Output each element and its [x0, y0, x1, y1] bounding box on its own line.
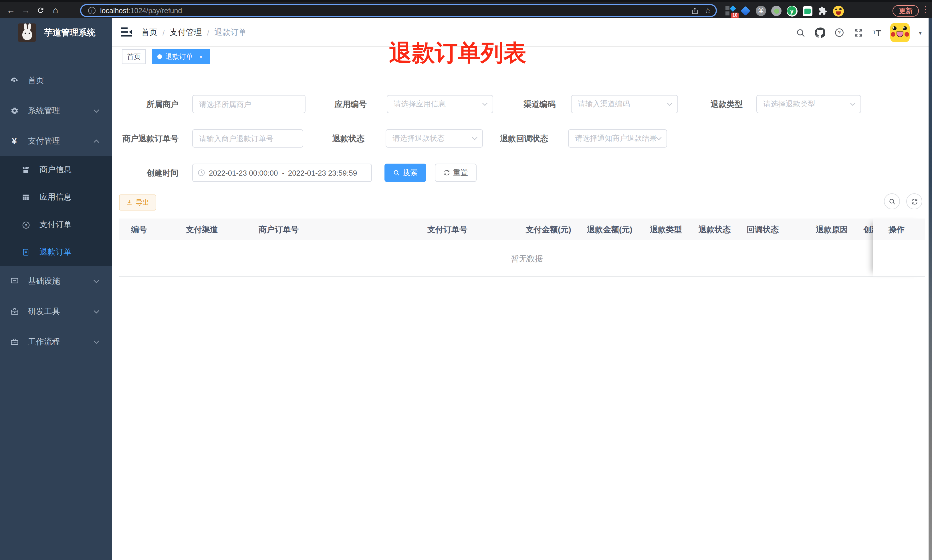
reset-button[interactable]: 重置: [435, 164, 477, 182]
filter-label-channel: 渠道编码: [492, 95, 562, 113]
browser-menu-dots-icon[interactable]: ⋮: [922, 5, 930, 14]
browser-update-button[interactable]: 更新: [892, 5, 919, 17]
forward-icon[interactable]: →: [18, 4, 33, 16]
extension-chat-icon[interactable]: [801, 5, 813, 17]
extension-y-icon[interactable]: y: [786, 5, 798, 17]
chevron-down-icon: [93, 340, 100, 344]
date-end: 2022-01-23 23:59:59: [288, 168, 358, 177]
dashboard-icon: [9, 76, 20, 85]
sidebar-item-infra[interactable]: 基础设施: [0, 266, 112, 296]
extension-badge: 10: [731, 12, 739, 18]
tab-refund-order[interactable]: 退款订单 ×: [152, 49, 210, 64]
extension-emoji-icon[interactable]: [832, 5, 844, 17]
refund-table: 编号 支付渠道 商户订单号 支付订单号 支付金额(元) 退款金额(元) 退款类型…: [119, 218, 925, 277]
sidebar-item-refund-order[interactable]: 退款订单: [0, 238, 112, 266]
channel-select[interactable]: 请输入渠道编码: [571, 95, 678, 113]
chevron-down-icon: [666, 102, 673, 106]
extension-command-icon[interactable]: ⌘: [755, 5, 767, 17]
close-tab-icon[interactable]: ×: [197, 52, 205, 61]
filter-label-create-time: 创建时间: [119, 164, 185, 182]
breadcrumb-home[interactable]: 首页: [141, 28, 157, 38]
reload-icon[interactable]: [33, 4, 48, 16]
app-title: 芋道管理系统: [44, 27, 95, 38]
monitor-icon: [9, 277, 20, 285]
col-merchant-order: 商户订单号: [258, 218, 298, 240]
url-bar[interactable]: i localhost:1024/pay/refund ☆: [80, 4, 717, 17]
gear-icon: [9, 106, 20, 115]
col-refund-amount: 退款金额(元): [587, 218, 632, 240]
col-pay-order: 支付订单号: [428, 218, 468, 240]
collapse-sidebar-icon[interactable]: [121, 27, 132, 37]
sidebar-item-app-info[interactable]: 应用信息: [0, 184, 112, 211]
page-scrollbar[interactable]: [929, 18, 932, 560]
refund-type-select[interactable]: 请选择退款类型: [757, 95, 861, 113]
shop-icon: [21, 166, 31, 174]
help-icon[interactable]: ?: [834, 28, 845, 38]
table-body: 暂无数据: [119, 240, 925, 277]
refresh-icon: [443, 169, 450, 176]
filter-label-merchant-refund-no: 商户退款订单号: [114, 129, 185, 148]
browser-toolbar: ← → ⌂ i localhost:1024/pay/refund ☆ 10: [0, 0, 932, 18]
svg-text:¥: ¥: [25, 223, 27, 227]
extension-dot-icon[interactable]: [771, 5, 782, 17]
sidebar-logo-row[interactable]: 芋道管理系统: [0, 18, 112, 47]
col-pay-channel: 支付渠道: [186, 218, 218, 240]
toolbox-icon: [9, 337, 20, 346]
filter-label-refund-status: 退款状态: [303, 129, 371, 148]
breadcrumb-refund: 退款订单: [215, 28, 247, 38]
extensions-puzzle-icon[interactable]: [817, 5, 829, 17]
github-icon[interactable]: [815, 28, 825, 38]
export-button[interactable]: 导出: [119, 194, 156, 211]
yen-icon: ¥: [9, 136, 20, 146]
home-icon[interactable]: ⌂: [48, 4, 63, 16]
active-tab-dot: [157, 54, 162, 59]
page-overlay-title: 退款订单列表: [389, 39, 526, 66]
magnifier-icon: [888, 198, 896, 205]
sidebar-submenu-pay: 商户信息 应用信息 ¥ 支付订单: [0, 156, 112, 266]
breadcrumb-pay[interactable]: 支付管理: [170, 28, 202, 38]
merchant-input[interactable]: [192, 95, 306, 113]
sidebar-item-pay-order[interactable]: ¥ 支付订单: [0, 211, 112, 238]
back-icon[interactable]: ←: [3, 4, 18, 16]
date-start: 2022-01-23 00:00:00: [209, 168, 278, 177]
chevron-down-icon: [93, 309, 100, 314]
extension-blocks-icon[interactable]: 10: [724, 5, 736, 17]
refund-status-select[interactable]: 请选择退款状态: [386, 129, 483, 148]
toolbox-icon: [9, 307, 20, 316]
avatar[interactable]: [890, 23, 910, 42]
caret-down-icon[interactable]: ▾: [919, 29, 922, 36]
sidebar-item-dev-tools[interactable]: 研发工具: [0, 296, 112, 327]
sidebar-item-system[interactable]: 系统管理: [0, 95, 112, 126]
extension-kite-icon[interactable]: [740, 5, 751, 17]
extension-icons: 10 ⌘ y: [724, 3, 844, 18]
col-refund-status: 退款状态: [698, 218, 731, 240]
fullscreen-icon[interactable]: [854, 28, 864, 37]
pay-order-icon: ¥: [21, 220, 31, 229]
refresh-table-button[interactable]: [906, 193, 922, 209]
callback-status-select[interactable]: 请选择通知商户退款结果: [568, 129, 667, 148]
sidebar-menu: 首页 系统管理 ¥ 支付管理: [0, 65, 112, 357]
filter-label-callback-status: 退款回调状态: [486, 129, 555, 148]
site-info-icon[interactable]: i: [88, 7, 95, 14]
app-select[interactable]: 请选择应用信息: [387, 95, 493, 113]
app-logo: [18, 23, 36, 42]
grid-icon: [21, 193, 31, 202]
sidebar-item-workflow[interactable]: 工作流程: [0, 327, 112, 357]
sidebar-item-merchant-info[interactable]: 商户信息: [0, 156, 112, 184]
sidebar-item-pay[interactable]: ¥ 支付管理: [0, 126, 112, 156]
refresh-icon: [910, 198, 918, 205]
filter-label-refund-type: 退款类型: [678, 95, 749, 113]
star-icon[interactable]: ☆: [704, 6, 711, 15]
table-header: 编号 支付渠道 商户订单号 支付订单号 支付金额(元) 退款金额(元) 退款类型…: [119, 218, 925, 240]
show-search-toggle-button[interactable]: [884, 193, 900, 209]
merchant-refund-no-input[interactable]: [192, 129, 303, 148]
sidebar: 芋道管理系统 首页 系统管理: [0, 18, 112, 560]
sidebar-item-home[interactable]: 首页: [0, 65, 112, 95]
create-time-range-picker[interactable]: 2022-01-23 00:00:00 - 2022-01-23 23:59:5…: [192, 164, 372, 182]
tab-home[interactable]: 首页: [122, 49, 146, 64]
search-icon[interactable]: [796, 28, 806, 37]
share-icon[interactable]: [691, 6, 699, 15]
font-size-icon[interactable]: TT: [873, 28, 881, 37]
fixed-action-column: 操作: [873, 218, 925, 277]
search-button[interactable]: 搜索: [384, 164, 426, 182]
